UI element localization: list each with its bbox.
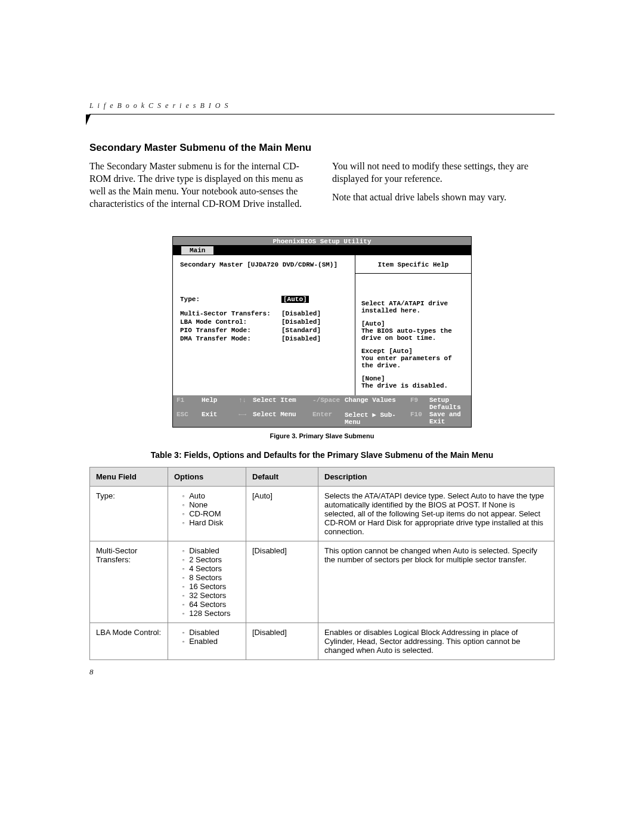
cell-description: Selects the ATA/ATAPI device type. Selec… [318, 487, 555, 541]
bios-pio-label: PIO Transfer Mode: [180, 327, 281, 334]
table-row: Type:AutoNoneCD-ROMHard Disk[Auto]Select… [90, 487, 555, 541]
option-item: Auto [182, 491, 240, 500]
section-title: Secondary Master Submenu of the Main Men… [89, 142, 555, 154]
intro-columns: The Secondary Master submenu is for the … [89, 160, 555, 216]
bios-left-pane: Secondary Master [UJDA720 DVD/CDRW-(SM)]… [173, 255, 355, 395]
option-item: 128 Sectors [182, 609, 240, 618]
option-item: 2 Sectors [182, 555, 240, 564]
option-item: 64 Sectors [182, 600, 240, 609]
bios-pio-value: [Standard] [281, 327, 321, 334]
cell-description: Enables or disables Logical Block Addres… [318, 623, 555, 660]
bios-lba-value: [Disabled] [281, 318, 321, 326]
bios-dma-value: [Disabled] [281, 335, 321, 342]
bios-screenshot: PhoenixBIOS Setup Utility Main Secondary… [172, 236, 472, 428]
bios-mst-value: [Disabled] [281, 310, 321, 317]
bios-key-f10: F10 [410, 411, 429, 426]
option-item: CD-ROM [182, 509, 240, 518]
bios-title: PhoenixBIOS Setup Utility [173, 237, 471, 245]
bios-save-exit-label: Save and Exit [429, 411, 467, 426]
bios-key-esc: ESC [177, 411, 202, 426]
intro-col2-p1: You will not need to modify these settin… [332, 160, 555, 185]
bios-key-updown: ↑↓ [239, 397, 253, 411]
bios-lba-label: LBA Mode Control: [180, 318, 281, 326]
intro-col2-p2: Note that actual drive labels shown may … [332, 191, 555, 203]
bios-mst-label: Multi-Sector Transfers: [180, 310, 281, 317]
bios-change-values-label: Change Values [345, 397, 410, 411]
bios-key-minus-space: -/Space [312, 397, 345, 411]
th-menu-field: Menu Field [90, 467, 168, 487]
cell-default: [Auto] [246, 487, 318, 541]
bios-help-l4: The BIOS auto-types the [361, 327, 465, 335]
table-row: Multi-Sector Transfers:Disabled2 Sectors… [90, 541, 555, 623]
option-item: 8 Sectors [182, 573, 240, 582]
th-default: Default [246, 467, 318, 487]
bios-help-pane: Item Specific Help Select ATA/ATAPI driv… [355, 255, 471, 395]
option-item: 16 Sectors [182, 582, 240, 591]
table-row: LBA Mode Control:DisabledEnabled[Disable… [90, 623, 555, 660]
bios-help-l6: Except [Auto] [361, 348, 465, 355]
bios-help-l10: The drive is disabled. [361, 382, 465, 389]
table-title: Table 3: Fields, Options and Defaults fo… [89, 450, 555, 460]
option-item: 4 Sectors [182, 564, 240, 573]
bios-key-enter: Enter [312, 411, 345, 426]
figure-caption: Figure 3. Primary Slave Submenu [89, 432, 555, 439]
bios-type-label: Type: [180, 296, 281, 303]
cell-menu-field: LBA Mode Control: [90, 623, 168, 660]
bios-exit-label: Exit [202, 411, 239, 426]
th-description: Description [318, 467, 555, 487]
bios-breadcrumb: Secondary Master [UJDA720 DVD/CDRW-(SM)] [180, 261, 348, 268]
bios-tab-main: Main [181, 246, 213, 255]
option-item: Disabled [182, 628, 240, 637]
bios-dma-label: DMA Transfer Mode: [180, 335, 281, 342]
option-item: 32 Sectors [182, 591, 240, 600]
option-item: Disabled [182, 546, 240, 555]
spec-table: Menu Field Options Default Description T… [89, 467, 555, 660]
bios-help-l7: You enter parameters of [361, 355, 465, 362]
bios-help-l1: Select ATA/ATAPI drive [361, 300, 465, 307]
bios-help-label: Help [202, 397, 239, 411]
bios-key-leftright: ←→ [239, 411, 253, 426]
bios-setup-defaults-label: Setup Defaults [429, 397, 467, 411]
cell-description: This option cannot be changed when Auto … [318, 541, 555, 623]
cell-default: [Disabled] [246, 541, 318, 623]
bios-select-menu-label: Select Menu [253, 411, 312, 426]
option-item: None [182, 500, 240, 509]
page-number: 8 [89, 667, 555, 677]
intro-col1-p1: The Secondary Master submenu is for the … [89, 160, 312, 210]
bios-help-l8: the drive. [361, 362, 465, 369]
header-flag-icon [86, 114, 91, 125]
cell-default: [Disabled] [246, 623, 318, 660]
bios-help-title: Item Specific Help [355, 255, 471, 274]
bios-help-l2: installed here. [361, 307, 465, 314]
bios-footer: F1 Help ↑↓ Select Item -/Space Change Va… [173, 395, 471, 427]
th-options: Options [168, 467, 246, 487]
running-header: L i f e B o o k C S e r i e s B I O S [89, 101, 555, 114]
cell-menu-field: Type: [90, 487, 168, 541]
bios-select-submenu-label: Select ▶ Sub-Menu [345, 411, 410, 426]
bios-key-f9: F9 [410, 397, 429, 411]
option-item: Hard Disk [182, 518, 240, 527]
bios-help-l3: [Auto] [361, 320, 465, 327]
bios-help-l5: drive on boot time. [361, 335, 465, 342]
cell-options: DisabledEnabled [168, 623, 246, 660]
bios-tab-row: Main [173, 245, 471, 255]
bios-select-item-label: Select Item [253, 397, 312, 411]
cell-options: AutoNoneCD-ROMHard Disk [168, 487, 246, 541]
option-item: Enabled [182, 637, 240, 646]
bios-type-value: [Auto] [281, 296, 309, 303]
bios-key-f1: F1 [177, 397, 202, 411]
cell-options: Disabled2 Sectors4 Sectors8 Sectors16 Se… [168, 541, 246, 623]
cell-menu-field: Multi-Sector Transfers: [90, 541, 168, 623]
bios-help-l9: [None] [361, 375, 465, 382]
